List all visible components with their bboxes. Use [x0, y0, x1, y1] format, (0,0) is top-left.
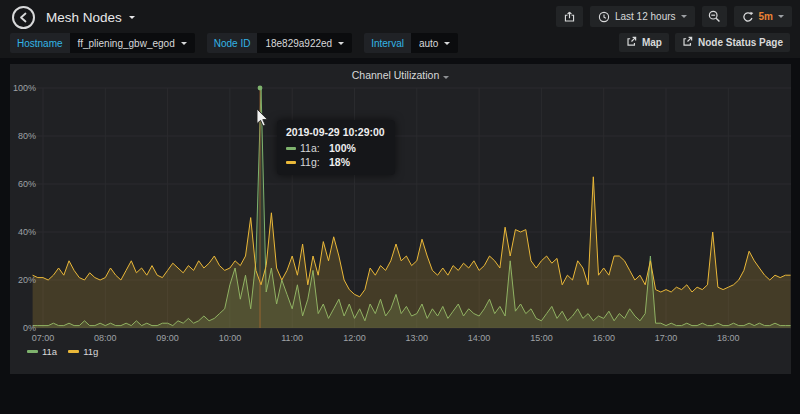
zoom-out-icon: [708, 10, 721, 23]
variable-nodeid-value[interactable]: 18e829a922ed: [257, 33, 352, 53]
chevron-down-icon: [181, 42, 187, 45]
dashboard-title-label: Mesh Nodes: [46, 10, 122, 25]
share-icon: [563, 10, 576, 23]
x-tick-label: 14:00: [459, 333, 499, 343]
share-button[interactable]: [556, 6, 583, 27]
x-tick-label: 15:00: [521, 333, 561, 343]
zoom-out-button[interactable]: [702, 6, 727, 27]
x-tick-label: 08:00: [85, 333, 125, 343]
dashboard-title[interactable]: Mesh Nodes: [46, 10, 135, 25]
series-color-swatch: [286, 161, 296, 164]
refresh-button[interactable]: 5m: [734, 6, 792, 27]
variable-hostname: Hostname ff_pliening_gbw_egod: [10, 33, 195, 53]
tooltip-row-11g: 11g: 18%: [286, 156, 385, 168]
tooltip-timestamp: 2019-09-29 10:29:00: [286, 126, 385, 138]
x-tick-label: 18:00: [708, 333, 748, 343]
variable-interval-label: Interval: [364, 33, 411, 53]
chevron-down-icon: [778, 15, 784, 18]
legend: 11a11g: [27, 346, 98, 357]
external-link-icon: [626, 36, 637, 49]
series-color-swatch: [27, 350, 38, 353]
series-color-swatch: [68, 350, 79, 353]
chevron-down-icon: [129, 16, 135, 19]
chevron-down-icon: [338, 42, 344, 45]
back-button[interactable]: [12, 6, 35, 29]
refresh-interval-label: 5m: [759, 11, 773, 22]
node-status-page-label: Node Status Page: [698, 37, 783, 48]
x-tick-label: 17:00: [646, 333, 686, 343]
variable-interval: Interval auto: [364, 33, 458, 53]
y-tick-label: 80%: [10, 131, 36, 141]
variable-interval-selected: auto: [419, 38, 438, 49]
x-tick-label: 07:00: [23, 333, 63, 343]
x-tick-label: 16:00: [584, 333, 624, 343]
variable-interval-value[interactable]: auto: [411, 33, 458, 53]
variable-nodeid-label: Node ID: [207, 33, 258, 53]
x-tick-label: 09:00: [148, 333, 188, 343]
variable-nodeid: Node ID 18e829a922ed: [207, 33, 352, 53]
time-series-graph[interactable]: [10, 64, 791, 374]
y-tick-label: 20%: [10, 275, 36, 285]
node-status-page-link[interactable]: Node Status Page: [675, 33, 790, 52]
graph-tooltip: 2019-09-29 10:29:00 11a: 100% 11g: 18%: [277, 120, 395, 175]
legend-label: 11a: [42, 346, 57, 357]
series-color-swatch: [286, 147, 296, 150]
legend-label: 11g: [83, 346, 98, 357]
clock-icon: [598, 11, 610, 23]
x-tick-label: 13:00: [397, 333, 437, 343]
back-arrow-icon: [18, 9, 29, 27]
chevron-down-icon: [681, 15, 687, 18]
x-tick-label: 12:00: [335, 333, 375, 343]
x-tick-label: 11:00: [272, 333, 312, 343]
variable-hostname-label: Hostname: [10, 33, 70, 53]
legend-item-11a[interactable]: 11a: [27, 346, 57, 357]
refresh-icon: [742, 11, 754, 23]
chevron-down-icon: [444, 42, 450, 45]
time-range-picker[interactable]: Last 12 hours: [590, 6, 695, 27]
external-link-icon: [682, 36, 693, 49]
x-tick-label: 10:00: [210, 333, 250, 343]
map-link[interactable]: Map: [619, 33, 669, 52]
variable-hostname-value[interactable]: ff_pliening_gbw_egod: [70, 33, 195, 53]
variable-hostname-selected: ff_pliening_gbw_egod: [78, 38, 175, 49]
time-range-label: Last 12 hours: [615, 11, 676, 22]
y-tick-label: 40%: [10, 227, 36, 237]
variable-nodeid-selected: 18e829a922ed: [265, 38, 332, 49]
y-tick-label: 0%: [10, 323, 36, 333]
y-tick-label: 100%: [10, 83, 36, 93]
channel-utilization-panel: Channel Utilization 0%20%40%60%80%100% 0…: [10, 64, 791, 374]
map-link-label: Map: [642, 37, 662, 48]
legend-item-11g[interactable]: 11g: [68, 346, 98, 357]
y-tick-label: 60%: [10, 179, 36, 189]
tooltip-row-11a: 11a: 100%: [286, 142, 385, 154]
